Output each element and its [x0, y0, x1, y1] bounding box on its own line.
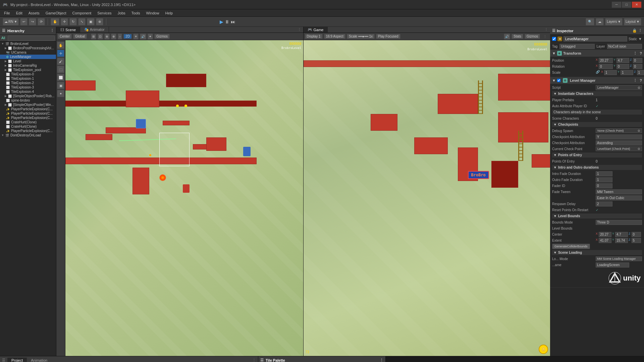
h-item-playerparticle3[interactable]: ✨ PlayerParticleExplosion(C...	[0, 116, 56, 120]
scene-tab[interactable]: 🎞 Scene	[56, 27, 80, 33]
inspector-more-icon[interactable]: ⋮	[638, 28, 642, 33]
scene-more-icon[interactable]: ⋮	[296, 27, 303, 33]
branch-selector[interactable]: ☁RN▼	[3, 18, 19, 25]
h-item-levelmanager[interactable]: ⚙ LevelManager	[0, 55, 56, 59]
bounds-mode-dropdown[interactable]: Three D	[596, 220, 642, 225]
h-item-uicamera[interactable]: 📷 UICamera	[0, 50, 56, 55]
transform-tool[interactable]: ⊕	[96, 18, 103, 25]
debug-spawn-ref[interactable]: None (Check Point) ⊙	[596, 128, 642, 133]
scene-control-btn5[interactable]: ○	[118, 34, 122, 40]
scale-tool[interactable]: ⤡	[78, 18, 86, 25]
pos-x[interactable]	[599, 58, 613, 63]
step-button[interactable]: ⏭	[231, 19, 235, 24]
h-item-tileexplosion-pool[interactable]: ▶⬜ TileExplosion_pool	[0, 68, 56, 72]
intro-fade-input[interactable]	[596, 171, 612, 176]
loading-name-input[interactable]	[596, 262, 629, 267]
auto-attribute-check[interactable]	[596, 104, 598, 108]
undo-button[interactable]: ↩	[20, 18, 28, 25]
menu-jobs[interactable]: Jobs	[115, 10, 128, 16]
tile-menu-icon[interactable]: ☰	[260, 358, 264, 362]
animator-tab[interactable]: 🎭 Animator	[80, 27, 109, 33]
game-stats-btn[interactable]: Stats	[512, 34, 523, 39]
center-pivot-btn[interactable]: Center	[58, 34, 72, 39]
script-ref[interactable]: LevelManager ⊙	[596, 85, 642, 90]
hand-tool[interactable]: ✋	[51, 18, 59, 25]
instantiate-arrow[interactable]: ▼	[553, 92, 557, 96]
h-item-playerparticle4[interactable]: ✨ PlayerParticleExplosion(C...	[0, 129, 56, 133]
scene-light-btn[interactable]: ☀	[133, 34, 139, 40]
h-item-tileexplosion2[interactable]: ⬜ TileExplosion-2	[0, 81, 56, 85]
scene-select-tool[interactable]: ⬚	[57, 66, 64, 73]
object-enable-checkbox[interactable]	[552, 37, 556, 41]
rot-x[interactable]	[599, 64, 613, 69]
menu-window[interactable]: Window	[143, 10, 162, 16]
lm-help[interactable]: ?	[640, 78, 642, 82]
rect-tool[interactable]: ▣	[87, 18, 95, 25]
menu-edit[interactable]: Edit	[13, 10, 25, 16]
h-item-level[interactable]: ▶⬜ Level	[0, 59, 56, 63]
level-bounds-arrow[interactable]: ▼	[553, 214, 557, 218]
h-item-tileexplosion3[interactable]: ⬜ TileExplosion-3	[0, 85, 56, 89]
pause-button[interactable]: ⏸	[225, 19, 229, 24]
center-y[interactable]	[615, 232, 628, 237]
tag-dropdown[interactable]: Untagged	[559, 44, 594, 49]
scene-control-btn2[interactable]: ⊡	[98, 34, 103, 40]
lm-options[interactable]: ⋮	[633, 78, 637, 83]
maximize-button[interactable]: □	[622, 2, 631, 8]
h-item-postprocessing[interactable]: ▶⬜ BrobroPostProcessingVol...	[0, 46, 56, 50]
fader-id-input[interactable]	[596, 183, 612, 188]
layers-dropdown[interactable]: Layers▼	[605, 18, 623, 25]
move-tool[interactable]: ✛	[61, 18, 68, 25]
level-manager-header[interactable]: ▼ ⚙ Level Manager ⋮ ?	[550, 77, 644, 84]
project-tab[interactable]: Project	[7, 358, 27, 362]
transform-header[interactable]: ▼ ⊕ Transform ⋮ ?	[550, 50, 644, 57]
close-button[interactable]: ✕	[632, 2, 641, 8]
project-tab-icon[interactable]: ☰	[0, 357, 7, 362]
menu-component[interactable]: Component	[69, 10, 94, 16]
scene-canvas[interactable]: 000000 BrobroLevel	[65, 40, 303, 356]
game-aspect-btn[interactable]: 16:9 Aspect	[324, 34, 345, 39]
h-item-simpleobjrob[interactable]: ▶⬜ [SimpleObjectPooler] Rob...	[0, 94, 56, 98]
respawn-input[interactable]	[596, 201, 612, 206]
scene-control-btn3[interactable]: ⊕	[104, 34, 110, 40]
game-more-icon[interactable]: ⋮	[542, 27, 550, 33]
refresh-button[interactable]: ⟳	[38, 18, 45, 25]
ease-dropdown[interactable]: Ease In Out Cubic	[596, 195, 642, 200]
h-item-brobrolevel[interactable]: ▼🎬 BrobroLevel	[0, 42, 56, 46]
hierarchy-more-icon[interactable]: ⋮	[50, 28, 54, 33]
fade-tween-dropdown[interactable]: MM Tween	[596, 189, 642, 194]
pos-z[interactable]	[633, 58, 642, 63]
scene-fill-tool[interactable]: ▣	[57, 82, 64, 89]
object-name-input[interactable]: LevelManager	[564, 36, 627, 42]
scale-x[interactable]	[604, 70, 617, 75]
global-local-btn[interactable]: Global	[73, 34, 87, 39]
minimize-button[interactable]: ─	[612, 2, 621, 8]
hierarchy-all-label[interactable]: All	[1, 36, 5, 40]
scene-fx-btn[interactable]: ✦	[148, 34, 153, 40]
game-gizmos-btn[interactable]: Gizmos	[525, 34, 540, 39]
inspector-menu-icon[interactable]: ☰	[552, 28, 555, 33]
checkpoints-arrow[interactable]: ▼	[553, 123, 557, 126]
inspector-lock-icon[interactable]: 🔒	[632, 28, 637, 33]
static-dropdown-icon[interactable]: ▼	[638, 37, 642, 41]
scene-loading-arrow[interactable]: ▼	[553, 251, 557, 254]
project-more-icon[interactable]: ⋮	[250, 357, 258, 362]
pos-y[interactable]	[616, 58, 629, 63]
checkpoint-attr2-dropdown[interactable]: Ascending	[596, 140, 642, 145]
h-item-spine-brobro[interactable]: ⬜ spine-brobro	[0, 98, 56, 103]
scene-picker-tool[interactable]: ✦	[57, 90, 64, 97]
redo-button[interactable]: ↪	[29, 18, 36, 25]
rotate-tool[interactable]: ↻	[69, 18, 77, 25]
h-item-tileexplosion1[interactable]: ⬜ TileExplosion-1	[0, 76, 56, 81]
cloud-button[interactable]: ☁	[596, 18, 604, 25]
menu-assets[interactable]: Assets	[26, 10, 42, 16]
h-item-dontdestroyonload[interactable]: ▼🎬 DontDestroyOnLoad	[0, 133, 56, 137]
menu-services[interactable]: Services	[95, 10, 114, 16]
h-item-simpleobjmin[interactable]: ▶⬜ [SimpleObjectPooler] Min...	[0, 103, 56, 107]
h-item-cratehurt1[interactable]: ⬜ CrateHurt(Clone)	[0, 120, 56, 124]
scene-control-btn1[interactable]: ⊞	[91, 34, 96, 40]
transform-more[interactable]: ?	[640, 51, 642, 55]
h-item-introcamerig[interactable]: ▶⬜ IntroCameraRig	[0, 63, 56, 68]
h-item-playerparticle1[interactable]: ✨ PlayerParticleExplosion(C...	[0, 107, 56, 111]
scale-z[interactable]	[637, 70, 644, 75]
